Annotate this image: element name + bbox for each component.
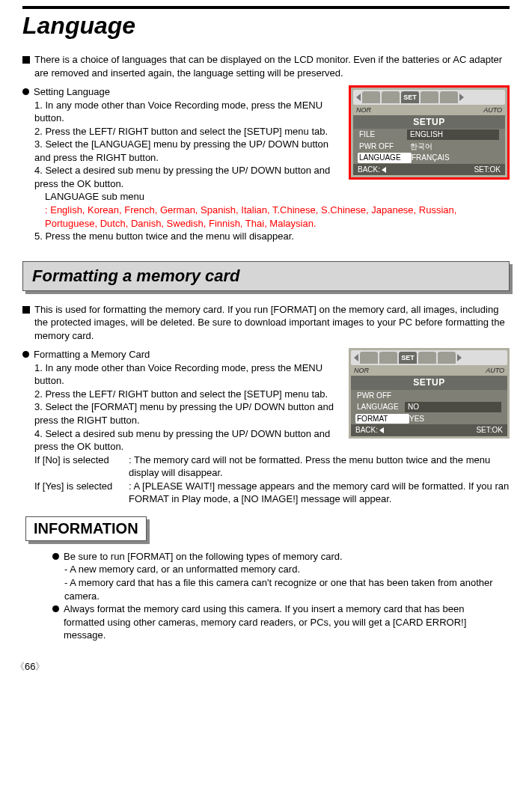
lcd-arrow-left-icon xyxy=(354,354,358,361)
lcd-tab-icon xyxy=(421,91,438,103)
information-title: INFORMATION xyxy=(25,516,147,541)
formatting-card-text: Formatting a Memory Card xyxy=(34,348,150,361)
lcd-row-language: LANGUAGE xyxy=(358,153,412,163)
lcd-row-pwroff: PWR OFF xyxy=(357,391,408,401)
lcd-nor: NOR xyxy=(356,106,371,114)
fmt-step-1: 1. In any mode other than Voice Recordin… xyxy=(34,361,352,388)
lang-step-2: 2. Press the LEFT/ RIGHT button and sele… xyxy=(34,125,337,138)
lcd-tab-icon xyxy=(438,352,456,364)
formatting-card-heading: Formatting a Memory Card xyxy=(22,348,352,361)
if-no-text: : The memory card will not be formatted.… xyxy=(129,454,510,480)
lcd-row-english: ENGLISH xyxy=(407,129,499,140)
if-no-label: If [No] is selected xyxy=(34,454,129,480)
lang-step-3: 3. Select the [LANGUAGE] menu by pressin… xyxy=(34,138,337,164)
lcd-auto: AUTO xyxy=(483,106,502,114)
if-yes-text: : A [PLEASE WAIT!] message appears and t… xyxy=(129,480,510,506)
info-bullet-2: Always format the memory card using this… xyxy=(52,602,502,642)
lcd-tab-row: SET xyxy=(351,350,507,365)
lcd-row-no: NO xyxy=(405,402,501,412)
lcd-row-yes: YES xyxy=(409,414,501,424)
lcd-row-format: FORMAT xyxy=(355,414,409,424)
lcd-tab-row: SET xyxy=(353,90,505,105)
intro-language: There is a choice of languages that can … xyxy=(22,53,510,79)
lcd-back: BACK: xyxy=(358,165,380,174)
lcd-arrow-left-icon xyxy=(356,94,361,101)
lcd-setup-title: SETUP xyxy=(351,376,507,389)
lcd-arrow-right-icon xyxy=(459,94,464,101)
lcd-row-empty xyxy=(408,391,501,401)
info-b1-text: Be sure to run [FORMAT] on the following… xyxy=(64,550,343,564)
info-b2-text: Always format the memory card using this… xyxy=(64,602,502,642)
lcd-nor: NOR xyxy=(354,366,369,375)
page-number: 66 xyxy=(0,657,532,680)
lang-step-5: 5. Press the menu button twice and the m… xyxy=(34,230,510,243)
if-yes-label: If [Yes] is selected xyxy=(34,480,129,506)
lcd-tab-setup: SET xyxy=(399,352,417,364)
section-format-title: Formatting a memory card xyxy=(22,261,510,291)
intro-format-text: This is used for formatting the memory c… xyxy=(34,303,510,343)
info-b1b: - A memory card that has a file this cam… xyxy=(52,576,502,602)
lcd-row-korean: 한국어 xyxy=(410,141,499,152)
fmt-step-3: 3. Select the [FORMAT] menu by pressing … xyxy=(34,400,352,427)
lcd-tab-icon xyxy=(360,352,378,364)
lcd-tab-icon xyxy=(362,91,380,103)
lcd-back: BACK: xyxy=(355,426,378,434)
info-b1a: - A new memory card, or an unformatted m… xyxy=(52,563,502,576)
triangle-left-icon xyxy=(382,167,386,173)
lang-step-4: 4. Select a desired sub menu by pressing… xyxy=(34,164,337,190)
lcd-format-screenshot: SET NOR AUTO SETUP PWR OFF xyxy=(349,348,510,438)
setting-language-text: Setting Language xyxy=(34,85,110,99)
triangle-left-icon xyxy=(379,427,384,433)
intro-language-text: There is a choice of languages that can … xyxy=(34,53,510,79)
lcd-language-screenshot: SET NOR AUTO SETUP FILE ENGLISH xyxy=(349,85,510,180)
lcd-setok: SET:OK xyxy=(476,425,503,436)
fmt-step-2: 2. Press the LEFT/ RIGHT button and sele… xyxy=(34,388,352,401)
lcd-setok: SET:OK xyxy=(474,165,501,175)
setting-language-heading: Setting Language xyxy=(22,85,337,99)
lcd-auto: AUTO xyxy=(486,366,504,375)
lcd-row-file: FILE xyxy=(359,129,410,140)
fmt-step-4: 4. Select a desired sub menu by pressing… xyxy=(34,427,352,454)
lcd-tab-icon xyxy=(382,91,400,103)
lcd-arrow-right-icon xyxy=(457,354,462,361)
lcd-row-pwroff: PWR OFF xyxy=(359,141,410,152)
page-title: Language xyxy=(22,6,510,40)
lang-step-1: 1. In any mode other than Voice Recordin… xyxy=(34,99,337,125)
lcd-setup-title: SETUP xyxy=(353,115,505,129)
lang-submenu-label: LANGUAGE sub menu xyxy=(34,190,510,204)
lang-submenu-list: : English, Korean, French, German, Spani… xyxy=(34,204,510,230)
lcd-tab-icon xyxy=(418,352,436,364)
lcd-row-language: LANGUAGE xyxy=(357,402,408,412)
info-bullet-1: Be sure to run [FORMAT] on the following… xyxy=(52,550,502,564)
lcd-tab-setup: SET xyxy=(401,91,419,103)
lcd-row-francais: FRANÇAIS xyxy=(412,153,499,163)
intro-format: This is used for formatting the memory c… xyxy=(22,303,510,343)
lcd-tab-icon xyxy=(440,91,458,103)
lcd-tab-icon xyxy=(379,352,397,364)
